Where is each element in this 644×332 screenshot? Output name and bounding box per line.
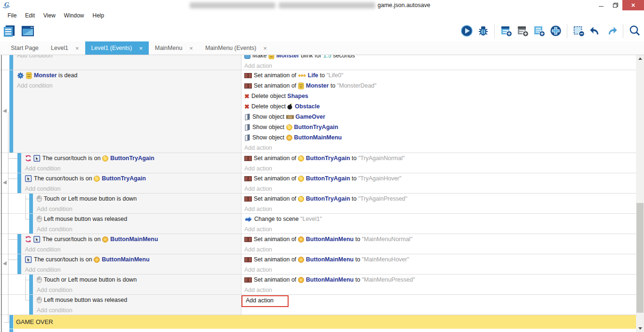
scroll-down-arrow[interactable] (636, 325, 644, 332)
object-name[interactable]: ButtonMainMenu (102, 256, 149, 263)
conditions-cell[interactable]: Monster is deadAdd condition (13, 70, 242, 153)
add-action-placeholder[interactable]: Add action (244, 143, 636, 153)
conditions-cell[interactable]: The cursor/touch is on ButtonTryAgainAdd… (21, 173, 242, 193)
action-line[interactable]: Set animation of ButtonTryAgain to "TryA… (244, 153, 636, 163)
conditions-cell[interactable]: The cursor/touch is on ButtonTryAgainAdd… (21, 153, 242, 173)
action-line[interactable]: Set animation of Monster to "MonsterDead… (244, 81, 636, 91)
add-action-placeholder[interactable]: Add action (244, 285, 636, 294)
object-name[interactable]: Monster (276, 55, 299, 59)
event-row[interactable]: The cursor/touch is on ButtonMainMenuAdd… (0, 254, 636, 275)
menu-file[interactable]: File (3, 12, 21, 19)
action-line[interactable]: Set animation of Life to "Life0" (244, 70, 636, 81)
object-name[interactable]: ButtonMainMenu (306, 276, 354, 283)
action-line[interactable]: Set animation of ButtonMainMenu to "Main… (244, 254, 636, 265)
toolbar-play-button[interactable] (459, 24, 474, 38)
action-line[interactable]: Set animation of ButtonMainMenu to "Main… (244, 234, 636, 244)
toolbar-add-event-button[interactable] (499, 24, 513, 38)
toolbar-search-button[interactable] (628, 24, 642, 38)
conditions-cell[interactable]: Left mouse button was releasedAdd condit… (33, 214, 242, 234)
toolbar-project-manager-button[interactable] (2, 24, 16, 38)
tab-mainmenu-events[interactable]: MainMenu (Events)× (199, 41, 273, 55)
tab-close-icon[interactable]: × (189, 45, 193, 52)
add-condition-placeholder[interactable]: Add condition (37, 204, 241, 213)
menu-window[interactable]: Window (60, 12, 89, 19)
toolbar-scene-editor-window-button[interactable] (21, 24, 35, 38)
event-row[interactable]: Monster is deadAdd conditionSet animatio… (0, 70, 636, 153)
condition-line[interactable]: The cursor/touch is on ButtonTryAgain (25, 173, 241, 184)
actions-cell[interactable]: Add action (242, 295, 636, 315)
tab-level1[interactable]: Level1× (45, 41, 85, 55)
tab-mainmenu[interactable]: MainMenu× (149, 41, 199, 55)
close-button[interactable]: × (622, 0, 644, 10)
object-name[interactable]: ButtonTryAgain (306, 195, 350, 202)
condition-line[interactable]: Monster is dead (17, 70, 241, 81)
scrollbar-thumb[interactable] (636, 203, 644, 313)
event-row[interactable]: Add conditionMake Monster blink for 1.5 … (0, 55, 636, 70)
object-name[interactable]: ButtonTryAgain (306, 175, 350, 182)
condition-line[interactable]: Touch or Left mouse button is down (37, 194, 241, 204)
toolbar-add-comment-button[interactable] (532, 24, 546, 38)
action-line[interactable]: Show object ButtonTryAgain (244, 122, 636, 132)
object-name[interactable]: Shapes (287, 93, 308, 99)
conditions-cell[interactable]: Add condition (13, 55, 242, 70)
tab-close-icon[interactable]: × (263, 45, 267, 52)
condition-line[interactable]: Left mouse button was released (37, 214, 241, 224)
actions-cell[interactable]: Set animation of Life to "Life0"Set anim… (242, 70, 636, 153)
condition-line[interactable]: The cursor/touch is on ButtonTryAgain (25, 153, 241, 163)
event-row[interactable]: Touch or Left mouse button is downAdd co… (0, 275, 636, 295)
add-action-placeholder[interactable]: Add action (244, 61, 636, 70)
tab-start-page[interactable]: Start Page (5, 41, 45, 55)
event-row[interactable]: The cursor/touch is on ButtonTryAgainAdd… (0, 153, 636, 173)
toolbar-delete-event-button[interactable] (572, 24, 586, 38)
add-condition-placeholder[interactable]: Add condition (25, 184, 241, 193)
add-condition-placeholder[interactable]: Add condition (37, 224, 241, 234)
toolbar-undo-button[interactable] (588, 24, 602, 38)
add-action-placeholder[interactable]: Add action (244, 163, 636, 173)
action-line[interactable]: Show object ButtonMainMenu (244, 132, 636, 143)
add-action-placeholder[interactable]: Add action (244, 224, 636, 234)
object-name[interactable]: ButtonMainMenu (306, 236, 354, 243)
tab-close-icon[interactable]: × (139, 45, 143, 52)
action-line[interactable]: Change to scene "Level1" (244, 214, 636, 224)
object-name[interactable]: ButtonTryAgain (306, 155, 350, 162)
actions-cell[interactable]: Set animation of ButtonMainMenu to "Main… (242, 254, 636, 274)
action-line[interactable]: Set animation of ButtonMainMenu to "Main… (244, 275, 636, 285)
add-action-highlighted[interactable]: Add action (242, 295, 289, 307)
object-name[interactable]: Monster (34, 72, 57, 79)
restore-button[interactable] (608, 0, 622, 10)
object-name[interactable]: GameOver (296, 113, 325, 120)
object-name[interactable]: Monster (306, 82, 329, 89)
condition-line[interactable]: The cursor/touch is on ButtonMainMenu (25, 234, 241, 244)
object-name[interactable]: ButtonTryAgain (110, 155, 154, 162)
actions-cell[interactable]: Change to scene "Level1"Add action (242, 214, 636, 234)
minimize-button[interactable] (594, 0, 608, 10)
object-name[interactable]: ButtonMainMenu (306, 256, 354, 263)
menu-edit[interactable]: Edit (21, 12, 39, 19)
toolbar-add-subevent-button[interactable] (515, 24, 530, 38)
actions-cell[interactable]: Set animation of ButtonMainMenu to "Main… (242, 275, 636, 294)
add-condition-placeholder[interactable]: Add condition (17, 55, 241, 61)
add-condition-placeholder[interactable]: Add condition (25, 244, 241, 254)
object-name[interactable]: ButtonMainMenu (294, 134, 342, 141)
object-name[interactable]: ButtonTryAgain (294, 124, 338, 130)
object-name[interactable]: ButtonMainMenu (110, 236, 158, 243)
event-row[interactable]: The cursor/touch is on ButtonTryAgainAdd… (0, 173, 636, 194)
menu-help[interactable]: Help (89, 12, 109, 19)
conditions-cell[interactable]: Left mouse button was releasedAdd condit… (33, 295, 242, 315)
toolbar-redo-button[interactable] (604, 24, 619, 38)
toolbar-debug-button[interactable] (476, 24, 490, 38)
action-line[interactable]: ✖Delete object Shapes (244, 91, 636, 101)
add-action-placeholder[interactable]: Add action (244, 265, 636, 274)
vertical-scrollbar[interactable] (636, 55, 644, 332)
action-line[interactable]: Make Monster blink for 1.5 seconds (244, 55, 636, 61)
actions-cell[interactable]: Set animation of ButtonMainMenu to "Main… (242, 234, 636, 254)
conditions-cell[interactable]: Touch or Left mouse button is downAdd co… (33, 275, 242, 294)
condition-line[interactable]: Left mouse button was released (37, 295, 241, 305)
condition-line[interactable]: The cursor/touch is on ButtonMainMenu (25, 254, 241, 265)
actions-cell[interactable]: Set animation of ButtonTryAgain to "TryA… (242, 153, 636, 173)
add-action-placeholder[interactable]: Add action (244, 244, 636, 254)
object-name[interactable]: Obstacle (295, 103, 320, 110)
event-row[interactable]: Left mouse button was releasedAdd condit… (0, 214, 636, 234)
conditions-cell[interactable]: The cursor/touch is on ButtonMainMenuAdd… (21, 234, 242, 254)
tab-close-icon[interactable]: × (75, 45, 79, 52)
